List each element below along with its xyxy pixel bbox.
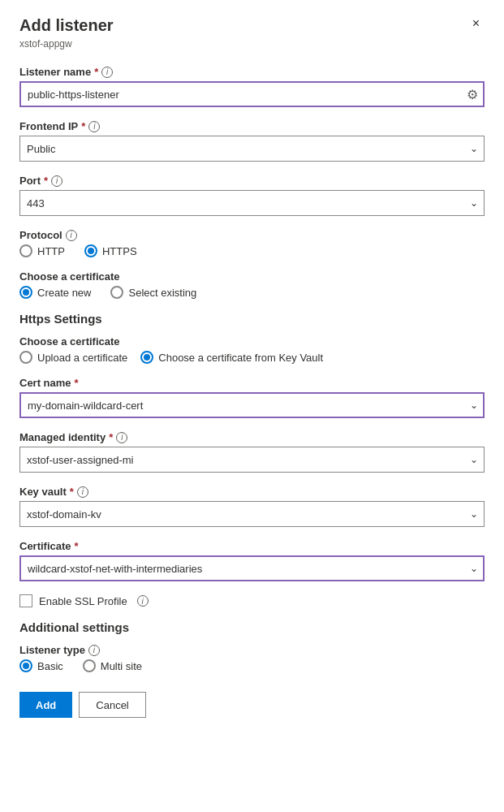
managed-identity-info-icon[interactable]: i	[116, 432, 127, 443]
certificate-select-existing-option[interactable]: Select existing	[110, 286, 196, 299]
https-keyvault-cert-label: Choose a certificate from Key Vault	[158, 352, 323, 364]
protocol-http-radio[interactable]	[19, 244, 32, 257]
https-keyvault-cert-radio[interactable]	[140, 351, 153, 364]
https-upload-cert-radio[interactable]	[19, 351, 32, 364]
certificate-select[interactable]: wildcard-xstof-net-with-intermediaries	[19, 555, 485, 581]
protocol-https-label: HTTPS	[102, 245, 137, 257]
listener-type-basic-option[interactable]: Basic	[19, 659, 63, 672]
certificate-choice-group: Choose a certificate Create new Select e…	[19, 270, 485, 299]
ssl-profile-group: Enable SSL Profile i	[19, 594, 485, 607]
certificate-select-wrapper: wildcard-xstof-net-with-intermediaries ⌄	[19, 555, 485, 581]
certificate-radio-group: Create new Select existing	[19, 286, 485, 299]
protocol-radio-group: HTTP HTTPS	[19, 244, 485, 257]
key-vault-group: Key vault * i xstof-domain-kv ⌄	[19, 486, 485, 527]
ssl-profile-checkbox-item[interactable]: Enable SSL Profile i	[19, 594, 485, 607]
managed-identity-select[interactable]: xstof-user-assigned-mi	[19, 447, 485, 473]
https-cert-radio-group: Upload a certificate Choose a certificat…	[19, 351, 485, 364]
managed-identity-group: Managed identity * i xstof-user-assigned…	[19, 431, 485, 473]
listener-type-info-icon[interactable]: i	[88, 645, 100, 656]
key-vault-info-icon[interactable]: i	[77, 486, 88, 498]
protocol-http-label: HTTP	[37, 245, 65, 257]
frontend-ip-select[interactable]: Public Private	[19, 136, 485, 162]
frontend-ip-group: Frontend IP * i Public Private ⌄	[19, 120, 485, 162]
https-settings-heading: Https Settings	[19, 312, 485, 326]
required-indicator: *	[75, 377, 79, 389]
listener-name-input[interactable]	[19, 81, 485, 107]
additional-settings-heading: Additional settings	[19, 620, 485, 634]
listener-type-basic-label: Basic	[37, 660, 63, 672]
protocol-https-option[interactable]: HTTPS	[84, 244, 137, 257]
frontend-ip-label: Frontend IP * i	[19, 120, 485, 132]
key-vault-select[interactable]: xstof-domain-kv	[19, 501, 485, 527]
https-upload-cert-option[interactable]: Upload a certificate	[19, 351, 127, 364]
protocol-http-option[interactable]: HTTP	[19, 244, 65, 257]
frontend-ip-info-icon[interactable]: i	[88, 121, 100, 132]
certificate-create-new-label: Create new	[37, 287, 91, 299]
protocol-label: Protocol i	[19, 229, 485, 241]
cancel-button[interactable]: Cancel	[79, 692, 145, 718]
ssl-profile-checkbox[interactable]	[19, 594, 32, 607]
listener-name-label: Listener name * i	[19, 66, 485, 78]
https-settings-section: Https Settings Choose a certificate Uplo…	[19, 312, 485, 607]
certificate-select-existing-label: Select existing	[128, 287, 196, 299]
port-group: Port * i 443 80 8080 ⌄	[19, 175, 485, 216]
https-upload-cert-label: Upload a certificate	[37, 352, 127, 364]
additional-settings-section: Additional settings Listener type i Basi…	[19, 620, 485, 672]
certificate-group: Certificate * wildcard-xstof-net-with-in…	[19, 540, 485, 581]
required-indicator: *	[81, 120, 85, 132]
protocol-group: Protocol i HTTP HTTPS	[19, 229, 485, 257]
listener-type-group: Listener type i Basic Multi site	[19, 644, 485, 672]
certificate-choice-label: Choose a certificate	[19, 270, 485, 283]
ssl-profile-info-icon[interactable]: i	[137, 595, 149, 607]
footer-actions: Add Cancel	[19, 692, 485, 718]
certificate-label: Certificate *	[19, 540, 485, 552]
required-indicator: *	[94, 66, 98, 78]
port-select-wrapper: 443 80 8080 ⌄	[19, 190, 485, 216]
add-button[interactable]: Add	[19, 692, 72, 718]
certificate-create-new-option[interactable]: Create new	[19, 286, 91, 299]
required-indicator: *	[70, 486, 74, 498]
cert-name-select[interactable]: my-domain-wildcard-cert	[19, 392, 485, 418]
key-vault-label: Key vault * i	[19, 486, 485, 498]
https-keyvault-cert-option[interactable]: Choose a certificate from Key Vault	[140, 351, 323, 364]
listener-name-group: Listener name * i ⚙	[19, 66, 485, 107]
https-cert-choice-group: Choose a certificate Upload a certificat…	[19, 335, 485, 364]
required-indicator: *	[109, 431, 113, 443]
panel-title: Add listener	[19, 16, 114, 35]
port-select[interactable]: 443 80 8080	[19, 190, 485, 216]
port-label: Port * i	[19, 175, 485, 187]
certificate-create-new-radio[interactable]	[19, 286, 32, 299]
managed-identity-select-wrapper: xstof-user-assigned-mi ⌄	[19, 447, 485, 473]
port-info-icon[interactable]: i	[51, 175, 62, 187]
listener-name-info-icon[interactable]: i	[101, 67, 113, 78]
cert-name-label: Cert name *	[19, 377, 485, 389]
protocol-info-icon[interactable]: i	[66, 230, 77, 241]
cert-name-group: Cert name * my-domain-wildcard-cert ⌄	[19, 377, 485, 418]
listener-type-multisite-label: Multi site	[101, 660, 142, 672]
close-button[interactable]: ×	[467, 15, 485, 32]
panel-subtitle: xstof-appgw	[19, 38, 485, 50]
ssl-profile-label: Enable SSL Profile	[39, 595, 127, 607]
certificate-select-existing-radio[interactable]	[110, 286, 123, 299]
listener-type-label: Listener type i	[19, 644, 485, 656]
required-indicator: *	[75, 540, 79, 552]
listener-name-input-wrapper: ⚙	[19, 81, 485, 107]
listener-type-radio-group: Basic Multi site	[19, 659, 485, 672]
frontend-ip-select-wrapper: Public Private ⌄	[19, 136, 485, 162]
listener-name-settings-icon: ⚙	[467, 87, 478, 102]
key-vault-select-wrapper: xstof-domain-kv ⌄	[19, 501, 485, 527]
cert-name-select-wrapper: my-domain-wildcard-cert ⌄	[19, 392, 485, 418]
listener-type-multisite-option[interactable]: Multi site	[83, 659, 142, 672]
listener-type-multisite-radio[interactable]	[83, 659, 96, 672]
https-cert-choice-label: Choose a certificate	[19, 335, 485, 348]
add-listener-panel: Add listener × xstof-appgw Listener name…	[0, 0, 504, 812]
listener-type-basic-radio[interactable]	[19, 659, 32, 672]
protocol-https-radio[interactable]	[84, 244, 97, 257]
panel-header: Add listener ×	[19, 16, 485, 35]
managed-identity-label: Managed identity * i	[19, 431, 485, 443]
required-indicator: *	[44, 175, 48, 187]
